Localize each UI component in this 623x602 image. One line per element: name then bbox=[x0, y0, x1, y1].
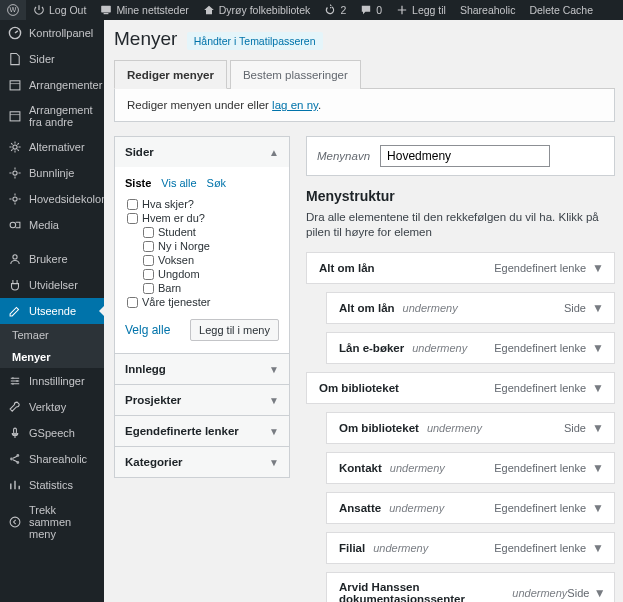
page-checkbox[interactable]: Voksen bbox=[127, 253, 279, 267]
checkbox[interactable] bbox=[143, 255, 154, 266]
menu-label: Utvidelser bbox=[29, 279, 78, 291]
chevron-down-icon[interactable]: ▼ bbox=[590, 381, 606, 395]
menu-item[interactable]: KontaktundermenyEgendefinert lenke▼ bbox=[326, 452, 615, 484]
mic-icon bbox=[8, 426, 22, 440]
menu-label: Innstillinger bbox=[29, 375, 85, 387]
filter-search[interactable]: Søk bbox=[207, 177, 227, 189]
menu-item[interactable]: Alt om lånundermenySide▼ bbox=[326, 292, 615, 324]
accordion-posts[interactable]: Innlegg▼ bbox=[115, 353, 289, 384]
chevron-down-icon[interactable]: ▼ bbox=[590, 541, 606, 555]
chevron-down-icon[interactable]: ▼ bbox=[590, 501, 606, 515]
page-checkbox[interactable]: Student bbox=[127, 225, 279, 239]
menu-item-title: Arvid Hanssen dokumentasjonssenter bbox=[339, 581, 504, 602]
menu-options[interactable]: Alternativer bbox=[0, 134, 104, 160]
menu-name-input[interactable] bbox=[380, 145, 550, 167]
menu-settings[interactable]: Innstillinger bbox=[0, 368, 104, 394]
menu-events[interactable]: Arrangementer bbox=[0, 72, 104, 98]
submenu-themes[interactable]: Temaer bbox=[0, 324, 104, 346]
chevron-down-icon[interactable]: ▼ bbox=[590, 341, 606, 355]
checkbox[interactable] bbox=[143, 227, 154, 238]
page-title: Menyer bbox=[114, 28, 177, 50]
page-checkbox[interactable]: Ny i Norge bbox=[127, 239, 279, 253]
accordion-categories[interactable]: Kategorier▼ bbox=[115, 446, 289, 477]
comment-icon bbox=[360, 4, 372, 16]
page-checkbox[interactable]: Våre tjenester bbox=[127, 295, 279, 309]
menu-users[interactable]: Brukere bbox=[0, 246, 104, 272]
checkbox[interactable] bbox=[127, 213, 138, 224]
page-checkbox[interactable]: Hva skjer? bbox=[127, 197, 279, 211]
accordion-custom-links[interactable]: Egendefinerte lenker▼ bbox=[115, 415, 289, 446]
updates-link[interactable]: 2 bbox=[317, 0, 353, 20]
svg-text:W: W bbox=[10, 5, 17, 14]
checkbox[interactable] bbox=[143, 269, 154, 280]
menu-tools[interactable]: Verktøy bbox=[0, 394, 104, 420]
submenu-indicator: undermeny bbox=[373, 542, 428, 554]
svg-point-9 bbox=[13, 197, 17, 201]
menu-plugins[interactable]: Utvidelser bbox=[0, 272, 104, 298]
chevron-down-icon[interactable]: ▼ bbox=[590, 461, 606, 475]
menu-label: Kontrollpanel bbox=[29, 27, 93, 39]
menu-footer[interactable]: Bunnlinje bbox=[0, 160, 104, 186]
chevron-down-icon[interactable]: ▼ bbox=[590, 301, 606, 315]
menu-shareaholic[interactable]: Shareaholic bbox=[0, 446, 104, 472]
add-to-menu-button[interactable]: Legg til i meny bbox=[190, 319, 279, 341]
accordion-projects[interactable]: Prosjekter▼ bbox=[115, 384, 289, 415]
submenu-menus[interactable]: Menyer bbox=[0, 346, 104, 368]
checkbox[interactable] bbox=[127, 297, 138, 308]
menu-collapse[interactable]: Trekk sammen meny bbox=[0, 498, 104, 546]
menu-dashboard[interactable]: Kontrollpanel bbox=[0, 20, 104, 46]
submenu-indicator: undermeny bbox=[427, 422, 482, 434]
menu-item[interactable]: Lån e-bøkerundermenyEgendefinert lenke▼ bbox=[326, 332, 615, 364]
customizer-link[interactable]: Håndter i Tematilpasseren bbox=[187, 32, 323, 50]
menu-label: Trekk sammen meny bbox=[29, 504, 96, 540]
shareaholic-link[interactable]: Shareaholic bbox=[453, 0, 522, 20]
filter-all[interactable]: Vis alle bbox=[161, 177, 196, 189]
delete-cache-link[interactable]: Delete Cache bbox=[522, 0, 600, 20]
menu-label: Brukere bbox=[29, 253, 68, 265]
page-filters: Siste Vis alle Søk bbox=[125, 177, 279, 189]
menu-label: Arrangement fra andre bbox=[29, 104, 96, 128]
menu-maincol[interactable]: Hovedsidekolonne bbox=[0, 186, 104, 212]
checkbox[interactable] bbox=[143, 241, 154, 252]
page-checkbox[interactable]: Barn bbox=[127, 281, 279, 295]
menu-events-other[interactable]: Arrangement fra andre bbox=[0, 98, 104, 134]
page-checkbox[interactable]: Hvem er du? bbox=[127, 211, 279, 225]
create-new-link[interactable]: lag en ny bbox=[272, 99, 318, 111]
select-all-link[interactable]: Velg alle bbox=[125, 323, 170, 337]
wp-logo[interactable]: W bbox=[0, 0, 26, 20]
logout-link[interactable]: Log Out bbox=[26, 0, 93, 20]
update-icon bbox=[324, 4, 336, 16]
menu-statistics[interactable]: Statistics bbox=[0, 472, 104, 498]
my-sites[interactable]: Mine nettsteder bbox=[93, 0, 195, 20]
site-link[interactable]: Dyrøy folkebibliotek bbox=[196, 0, 318, 20]
menu-item[interactable]: Alt om lånEgendefinert lenke▼ bbox=[306, 252, 615, 284]
menu-item-type: Egendefinert lenke bbox=[494, 382, 590, 394]
chevron-down-icon[interactable]: ▼ bbox=[590, 421, 606, 435]
menu-appearance[interactable]: Utseende bbox=[0, 298, 104, 324]
checkbox[interactable] bbox=[143, 283, 154, 294]
page-checkbox[interactable]: Ungdom bbox=[127, 267, 279, 281]
calendar-icon bbox=[8, 109, 22, 123]
menu-media[interactable]: Media bbox=[0, 212, 104, 238]
comments-link[interactable]: 0 bbox=[353, 0, 389, 20]
menu-item[interactable]: AnsatteundermenyEgendefinert lenke▼ bbox=[326, 492, 615, 524]
svg-rect-2 bbox=[102, 6, 112, 13]
checkbox[interactable] bbox=[127, 199, 138, 210]
filter-recent[interactable]: Siste bbox=[125, 177, 151, 189]
new-content[interactable]: Legg til bbox=[389, 0, 453, 20]
menu-item-title: Alt om lån bbox=[339, 302, 395, 314]
menu-item[interactable]: FilialundermenyEgendefinert lenke▼ bbox=[326, 532, 615, 564]
accordion-pages-body: Siste Vis alle Søk Hva skjer? Hvem er du… bbox=[115, 167, 289, 353]
menu-gspeech[interactable]: GSpeech bbox=[0, 420, 104, 446]
menu-item[interactable]: Om biblioteketundermenySide▼ bbox=[326, 412, 615, 444]
accordion-pages[interactable]: Sider ▲ bbox=[115, 137, 289, 167]
tab-edit-menus[interactable]: Rediger menyer bbox=[114, 60, 227, 89]
menu-pages[interactable]: Sider bbox=[0, 46, 104, 72]
menu-label: Alternativer bbox=[29, 141, 85, 153]
dashboard-icon bbox=[8, 26, 22, 40]
chevron-down-icon[interactable]: ▼ bbox=[590, 261, 606, 275]
tab-locations[interactable]: Bestem plasseringer bbox=[230, 60, 361, 89]
menu-item[interactable]: Om biblioteketEgendefinert lenke▼ bbox=[306, 372, 615, 404]
menu-item[interactable]: Arvid Hanssen dokumentasjonssenterunderm… bbox=[326, 572, 615, 602]
chevron-down-icon[interactable]: ▼ bbox=[593, 586, 606, 600]
